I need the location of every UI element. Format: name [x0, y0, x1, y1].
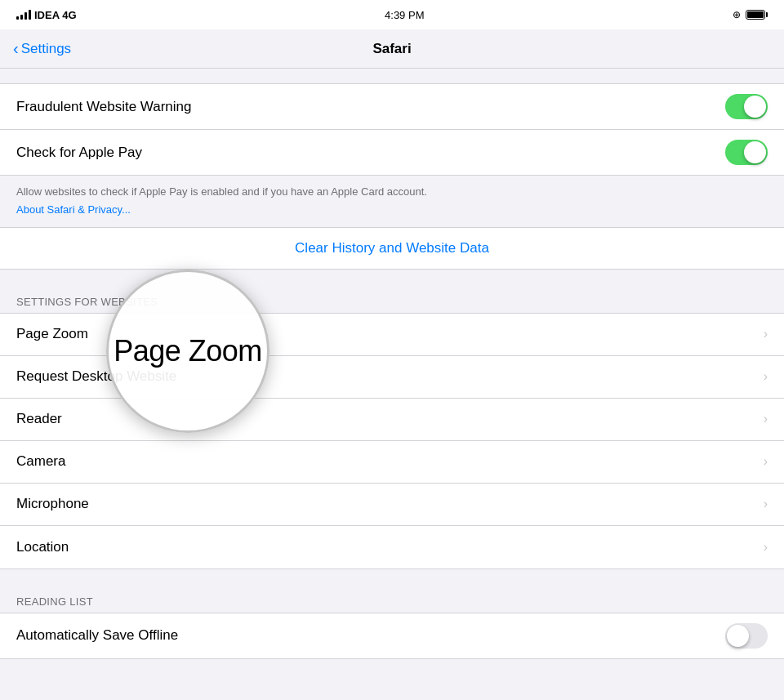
- microphone-chevron-icon: ›: [764, 497, 768, 511]
- back-label: Settings: [21, 41, 71, 57]
- fraudulent-warning-right: [725, 94, 768, 119]
- auto-save-offline-toggle[interactable]: [725, 623, 768, 649]
- desktop-website-chevron-icon: ›: [764, 369, 768, 384]
- fraudulent-warning-row[interactable]: Fraudulent Website Warning: [0, 84, 784, 130]
- auto-save-offline-row[interactable]: Automatically Save Offline: [0, 613, 784, 658]
- mid-spacer: [0, 270, 784, 284]
- microphone-row[interactable]: Microphone ›: [0, 484, 784, 526]
- info-text: Allow websites to check if Apple Pay is …: [16, 185, 427, 198]
- reader-row[interactable]: Reader ›: [0, 399, 784, 441]
- auto-save-offline-label: Automatically Save Offline: [16, 627, 178, 644]
- page-zoom-label: Page Zoom: [16, 326, 88, 342]
- location-chevron-icon: ›: [764, 540, 768, 555]
- battery-icon: [746, 10, 768, 20]
- magnifier-text: Page Zoom: [114, 334, 262, 368]
- signal-icon: [16, 10, 31, 20]
- apple-pay-toggle[interactable]: [725, 140, 768, 165]
- location-row[interactable]: Location ›: [0, 526, 784, 568]
- camera-chevron-icon: ›: [764, 454, 768, 469]
- microphone-label: Microphone: [16, 496, 89, 512]
- status-bar: IDEA 4G 4:39 PM ⊕: [0, 0, 784, 29]
- page-title: Safari: [372, 41, 411, 57]
- apple-pay-right: [725, 140, 768, 165]
- reader-label: Reader: [16, 411, 62, 427]
- back-chevron-icon: ‹: [13, 40, 19, 56]
- status-carrier: IDEA 4G: [16, 9, 77, 21]
- top-spacer: [0, 69, 784, 83]
- privacy-group: Fraudulent Website Warning Check for App…: [0, 83, 784, 176]
- reading-list-header: READING LIST: [0, 584, 784, 613]
- apple-pay-label: Check for Apple Pay: [16, 145, 142, 161]
- magnifier-overlay: Page Zoom: [106, 270, 270, 433]
- auto-save-offline-right: [725, 623, 768, 649]
- phone-screen: IDEA 4G 4:39 PM ⊕ ‹ Settings Safari: [0, 0, 784, 700]
- safari-privacy-link[interactable]: About Safari & Privacy...: [16, 203, 768, 216]
- reading-list-group: Automatically Save Offline: [0, 613, 784, 659]
- toggle-knob-3: [727, 625, 749, 647]
- nav-bar: ‹ Settings Safari: [0, 29, 784, 69]
- back-button[interactable]: ‹ Settings: [13, 41, 71, 57]
- toggle-knob: [744, 96, 766, 118]
- bottom-spacer: [0, 569, 784, 584]
- clear-history-row[interactable]: Clear History and Website Data: [0, 227, 784, 270]
- fraudulent-warning-label: Fraudulent Website Warning: [16, 99, 192, 115]
- camera-row[interactable]: Camera ›: [0, 441, 784, 484]
- status-time: 4:39 PM: [385, 9, 424, 21]
- location-label: Location: [16, 539, 69, 555]
- page-zoom-chevron-icon: ›: [764, 327, 768, 341]
- apple-pay-row[interactable]: Check for Apple Pay: [0, 130, 784, 175]
- toggle-knob-2: [744, 141, 766, 163]
- status-indicators: ⊕: [733, 9, 768, 20]
- fraudulent-warning-toggle[interactable]: [725, 94, 768, 119]
- apple-pay-info: Allow websites to check if Apple Pay is …: [0, 176, 784, 227]
- camera-label: Camera: [16, 453, 65, 470]
- rotation-lock-icon: ⊕: [733, 9, 741, 20]
- clear-history-label: Clear History and Website Data: [295, 240, 489, 256]
- reader-chevron-icon: ›: [764, 412, 768, 426]
